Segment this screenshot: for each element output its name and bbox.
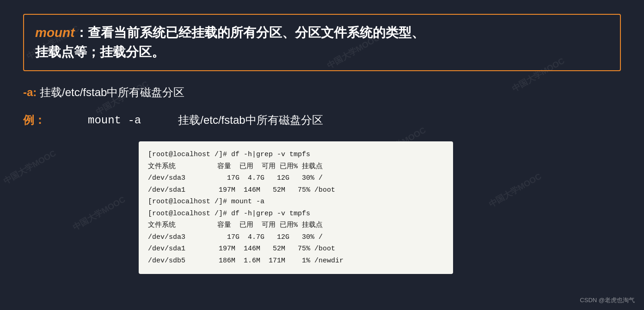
main-content: mount：查看当前系统已经挂载的所有分区、分区文件系统的类型、 挂载点等；挂载…: [0, 0, 644, 288]
title-desc-line2: 挂载点等；挂载分区。: [35, 45, 165, 59]
option-line: -a: 挂载/etc/fstab中所有磁盘分区: [23, 85, 621, 100]
terminal-line-2: 文件系统 容量 已用 可用 已用% 挂载点: [148, 161, 444, 173]
title-box: mount：查看当前系统已经挂载的所有分区、分区文件系统的类型、 挂载点等；挂载…: [23, 14, 621, 71]
title-text: mount：查看当前系统已经挂载的所有分区、分区文件系统的类型、 挂载点等；挂载…: [35, 23, 609, 62]
terminal-line-3: /dev/sda3 17G 4.7G 12G 30% /: [148, 172, 444, 184]
example-label: 例：: [23, 113, 51, 128]
bottom-credit: CSDN @老虎也淘气: [580, 296, 635, 304]
example-command: mount -a: [88, 114, 141, 127]
terminal-line-1: [root@localhost /]# df -h|grep -v tmpfs: [148, 149, 444, 161]
terminal-line-10: /dev/sdb5 186M 1.6M 171M 1% /newdir: [148, 255, 444, 267]
terminal-block: [root@localhost /]# df -h|grep -v tmpfs …: [139, 141, 453, 274]
terminal-line-4: /dev/sda1 197M 146M 52M 75% /boot: [148, 184, 444, 196]
title-colon: ：: [75, 25, 88, 40]
terminal-line-7: 文件系统 容量 已用 可用 已用% 挂载点: [148, 219, 444, 231]
title-desc-line1: 查看当前系统已经挂载的所有分区、分区文件系统的类型、: [88, 25, 424, 40]
option-description: 挂载/etc/fstab中所有磁盘分区: [40, 86, 184, 98]
example-line: 例： mount -a 挂载/etc/fstab中所有磁盘分区: [23, 113, 621, 128]
title-keyword: mount: [35, 25, 75, 40]
example-description: 挂载/etc/fstab中所有磁盘分区: [178, 113, 323, 128]
terminal-line-8: /dev/sda3 17G 4.7G 12G 30% /: [148, 231, 444, 243]
terminal-line-5: [root@localhost /]# mount -a: [148, 196, 444, 208]
terminal-line-9: /dev/sda1 197M 146M 52M 75% /boot: [148, 243, 444, 255]
option-flag: -a:: [23, 86, 37, 98]
terminal-line-6: [root@localhost /]# df -h|grep -v tmpfs: [148, 208, 444, 220]
